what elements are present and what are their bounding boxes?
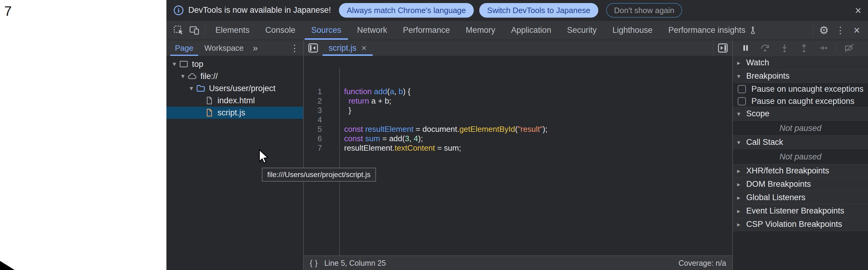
navigator-menu-button[interactable]: ⋮ bbox=[288, 40, 301, 56]
close-tab-button[interactable]: × bbox=[362, 43, 367, 53]
code-token: ( bbox=[515, 124, 518, 133]
line-number[interactable]: 4 bbox=[304, 115, 322, 124]
devtools-window: i DevTools is now available in Japanese!… bbox=[166, 0, 868, 270]
step-into-icon bbox=[779, 43, 789, 53]
file-icon bbox=[204, 96, 214, 105]
section-header-call-stack[interactable]: ▾Call Stack bbox=[733, 136, 868, 149]
tree-item-label: Users/user/project bbox=[209, 84, 276, 93]
sources-panel: PageWorkspace » ⋮ ▾top▾file://▾Users/use… bbox=[166, 40, 868, 270]
close-icon: × bbox=[854, 24, 860, 37]
triangle-down-icon: ▾ bbox=[737, 139, 746, 146]
more-menu-button[interactable]: ⋮ bbox=[832, 21, 848, 40]
file-tree: ▾top▾file://▾Users/user/projectindex.htm… bbox=[166, 56, 303, 270]
code-token: const bbox=[344, 124, 363, 133]
device-toolbar-button[interactable] bbox=[186, 21, 202, 40]
section-header-scope[interactable]: ▾Scope bbox=[733, 107, 868, 121]
step-over-button[interactable] bbox=[756, 41, 774, 55]
line-number[interactable]: 7 bbox=[304, 143, 322, 153]
tab-label: Lighthouse bbox=[612, 26, 652, 35]
code-line: 5const resultElement = document.getEleme… bbox=[304, 124, 732, 134]
switch-devtools-to-japanese-button[interactable]: Switch DevTools to Japanese bbox=[479, 3, 598, 18]
line-number[interactable]: 2 bbox=[304, 96, 322, 106]
navigator-pane: PageWorkspace » ⋮ ▾top▾file://▾Users/use… bbox=[166, 40, 304, 270]
code-token: 4 bbox=[414, 134, 418, 143]
hide-navigator-button[interactable] bbox=[304, 40, 322, 56]
tree-item-index-html[interactable]: index.html bbox=[166, 94, 303, 107]
tree-item-top[interactable]: ▾top bbox=[166, 58, 303, 70]
panel-right-icon bbox=[717, 42, 728, 54]
section-header-watch[interactable]: ▸Watch bbox=[733, 56, 868, 69]
code-text: function add(a, b) { bbox=[339, 87, 410, 96]
inspect-element-button[interactable] bbox=[171, 21, 186, 40]
tab-application[interactable]: Application bbox=[503, 21, 559, 40]
section-header-global-listeners[interactable]: ▸Global Listeners bbox=[733, 191, 868, 204]
code-text: return a + b; bbox=[339, 96, 391, 106]
section-title: DOM Breakpoints bbox=[746, 179, 811, 189]
line-number[interactable]: 1 bbox=[304, 87, 322, 96]
triangle-down-icon: ▾ bbox=[737, 72, 746, 80]
tab-label: Security bbox=[567, 26, 597, 35]
infobar-close-button[interactable]: × bbox=[855, 4, 861, 17]
tab-security[interactable]: Security bbox=[559, 21, 605, 40]
section-header-event-listener-breakpoints[interactable]: ▸Event Listener Breakpoints bbox=[733, 204, 868, 218]
pretty-print-button[interactable]: { } bbox=[310, 259, 318, 268]
checkbox[interactable] bbox=[738, 97, 746, 106]
tab-lighthouse[interactable]: Lighthouse bbox=[604, 21, 660, 40]
section-header-breakpoints[interactable]: ▾Breakpoints bbox=[733, 69, 868, 83]
tree-item-label: index.html bbox=[217, 96, 255, 106]
section-title: Watch bbox=[746, 58, 769, 67]
tab-elements[interactable]: Elements bbox=[208, 21, 257, 40]
code-token: = sum; bbox=[435, 143, 461, 152]
step-icon bbox=[818, 43, 829, 53]
triangle-right-icon: ▸ bbox=[737, 59, 746, 66]
don-t-show-again-button[interactable]: Don't show again bbox=[606, 3, 682, 18]
more-tabs-button[interactable]: » bbox=[249, 40, 261, 56]
toolbar-divider bbox=[836, 43, 836, 53]
editor-pane: script.js × 1function add(a, b) bbox=[304, 40, 732, 270]
navigator-tab-page[interactable]: Page bbox=[169, 40, 199, 56]
section-header-csp-violation-breakpoints[interactable]: ▸CSP Violation Breakpoints bbox=[733, 217, 868, 231]
line-number[interactable]: 6 bbox=[304, 134, 322, 143]
tab-performance[interactable]: Performance bbox=[395, 21, 458, 40]
checkbox-row-pause-on-uncaught-exceptions[interactable]: Pause on uncaught exceptions bbox=[733, 83, 868, 95]
toggle-debugger-sidebar-button[interactable] bbox=[713, 40, 732, 56]
code-editor[interactable]: 1function add(a, b) {2 return a + b;3 }4… bbox=[304, 56, 732, 256]
section-title: Call Stack bbox=[746, 138, 783, 147]
section-header-xhr-fetch-breakpoints[interactable]: ▸XHR/fetch Breakpoints bbox=[733, 164, 868, 178]
tab-console[interactable]: Console bbox=[257, 21, 303, 40]
not-paused-notice: Not paused bbox=[733, 149, 868, 164]
triangle-right-icon: ▸ bbox=[737, 207, 746, 215]
tree-item-script-js[interactable]: script.js bbox=[166, 107, 303, 119]
tab-label: Performance insights bbox=[669, 26, 746, 35]
code-token bbox=[344, 96, 348, 106]
navigator-tab-workspace[interactable]: Workspace bbox=[199, 40, 249, 56]
always-match-chrome-s-language-button[interactable]: Always match Chrome's language bbox=[339, 3, 474, 18]
tab-performance-insights[interactable]: Performance insights bbox=[660, 21, 766, 40]
checkbox[interactable] bbox=[738, 85, 746, 93]
tab-label: Elements bbox=[215, 26, 250, 35]
line-number[interactable]: 5 bbox=[304, 124, 322, 134]
tab-network[interactable]: Network bbox=[349, 21, 395, 40]
tab-memory[interactable]: Memory bbox=[458, 21, 503, 40]
tab-sources[interactable]: Sources bbox=[303, 21, 349, 40]
panel-left-icon bbox=[307, 42, 319, 54]
code-token: resultElement. bbox=[344, 143, 395, 152]
settings-button[interactable]: ⚙ bbox=[816, 21, 832, 40]
pause-button[interactable] bbox=[737, 41, 754, 55]
section-title: XHR/fetch Breakpoints bbox=[746, 166, 829, 176]
checkbox-row-pause-on-caught-exceptions[interactable]: Pause on caught exceptions bbox=[733, 95, 868, 107]
line-number[interactable]: 3 bbox=[304, 106, 322, 115]
tree-item-users-user-project[interactable]: ▾Users/user/project bbox=[166, 82, 303, 94]
section-header-dom-breakpoints[interactable]: ▸DOM Breakpoints bbox=[733, 177, 868, 191]
debugger-toolbar bbox=[733, 40, 868, 56]
step-into-button[interactable] bbox=[776, 41, 793, 55]
devtools-close-button[interactable]: × bbox=[848, 21, 865, 40]
deactivate-breakpoints-button[interactable] bbox=[841, 41, 858, 55]
code-line: 6const sum = add(3, 4); bbox=[304, 134, 732, 143]
step-button[interactable] bbox=[815, 41, 832, 55]
code-token: ); bbox=[418, 134, 423, 143]
step-out-button[interactable] bbox=[796, 41, 812, 55]
tree-item-file[interactable]: ▾file:// bbox=[166, 70, 303, 82]
infobar-message: DevTools is now available in Japanese! bbox=[188, 5, 331, 15]
editor-tab-script-js[interactable]: script.js × bbox=[322, 40, 373, 56]
